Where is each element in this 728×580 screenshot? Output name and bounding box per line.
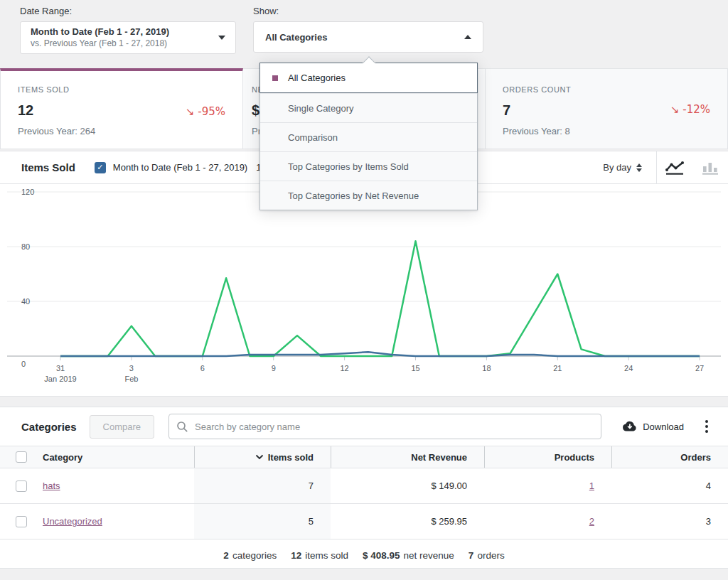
summary-label: ITEMS SOLD — [18, 85, 225, 94]
interval-select[interactable]: By day — [603, 162, 642, 173]
chart-title: Items Sold — [21, 161, 75, 173]
menu-item-label: Comparison — [288, 132, 338, 143]
column-header-category[interactable]: Category — [43, 452, 82, 463]
summary-card-orders-count[interactable]: ORDERS COUNT 7 Previous Year: 8 ↘ -12% — [486, 68, 728, 149]
cell-net-revenue: $ 259.95 — [331, 504, 484, 539]
row-checkbox[interactable] — [16, 516, 27, 527]
chevron-down-icon — [218, 36, 225, 40]
table-header: Categories Compare Download — [0, 407, 728, 446]
line-chart-icon — [665, 161, 684, 175]
column-header-net-revenue[interactable]: Net Revenue — [331, 446, 484, 468]
summary-previous: Previous Year: 8 — [503, 126, 710, 136]
chart-type-toggle — [656, 151, 728, 183]
svg-text:80: 80 — [21, 242, 30, 251]
table-column-headers: Category Items sold Net Revenue Products… — [0, 446, 728, 468]
cell-orders: 3 — [611, 504, 728, 539]
trend-down-badge: ↘ -95% — [186, 105, 225, 118]
menu-item-label: Top Categories by Net Revenue — [288, 190, 419, 201]
svg-text:Jan 2019: Jan 2019 — [44, 375, 76, 383]
cell-orders: 4 — [611, 468, 728, 503]
svg-text:12: 12 — [340, 364, 348, 372]
summary-unit: categories — [232, 550, 277, 561]
summary-card-items-sold[interactable]: ITEMS SOLD 12 Previous Year: 264 ↘ -95% — [0, 68, 243, 149]
select-arrows-icon — [636, 163, 642, 172]
svg-text:40: 40 — [21, 297, 30, 306]
legend-label: Month to Date (Feb 1 - 27, 2019) — [113, 162, 247, 173]
svg-text:24: 24 — [624, 364, 633, 372]
bar-chart-button[interactable] — [692, 151, 728, 183]
sort-desc-icon — [255, 454, 264, 460]
svg-text:18: 18 — [482, 364, 491, 372]
checkbox-checked-icon[interactable] — [95, 162, 106, 173]
date-range-value: Month to Date (Feb 1 - 27, 2019) — [31, 26, 218, 38]
menu-item-label: All Categories — [288, 72, 346, 83]
svg-text:Feb: Feb — [124, 375, 138, 383]
interval-value: By day — [603, 162, 631, 173]
show-select-value: All Categories — [265, 32, 464, 43]
column-header-label: Orders — [680, 452, 711, 463]
date-range-select[interactable]: Month to Date (Feb 1 - 27, 2019) vs. Pre… — [20, 21, 236, 54]
svg-text:0: 0 — [21, 360, 26, 368]
summary-unit: orders — [477, 550, 504, 561]
menu-item-top-categories-items-sold[interactable]: Top Categories by Items Sold — [260, 151, 477, 181]
select-all-checkbox[interactable] — [16, 451, 27, 463]
show-label: Show: — [253, 6, 279, 16]
svg-text:9: 9 — [272, 364, 276, 372]
column-header-label: Items sold — [268, 452, 314, 463]
cell-items-sold: 7 — [194, 468, 331, 503]
cell-items-sold: 5 — [194, 504, 331, 539]
chevron-up-icon — [464, 35, 471, 39]
categories-table-panel: Categories Compare Download Category — [0, 407, 728, 569]
svg-text:15: 15 — [411, 364, 419, 372]
summary-unit: net revenue — [404, 550, 454, 561]
column-header-orders[interactable]: Orders — [611, 446, 728, 468]
column-header-label: Net Revenue — [411, 452, 467, 463]
svg-text:31: 31 — [56, 364, 65, 372]
date-range-compare: vs. Previous Year (Feb 1 - 27, 2018) — [31, 38, 218, 49]
show-category-menu: All Categories Single Category Compariso… — [259, 63, 478, 210]
download-button[interactable]: Download — [621, 421, 684, 433]
category-link[interactable]: Uncategorized — [43, 516, 102, 527]
menu-item-single-category[interactable]: Single Category — [260, 93, 477, 122]
date-range-label: Date Range: — [20, 6, 72, 16]
cloud-download-icon — [621, 421, 637, 433]
menu-item-label: Top Categories by Items Sold — [288, 161, 409, 172]
table-summary: 2categories 12items sold $ 408.95net rev… — [0, 539, 728, 571]
summary-count: 2 — [223, 550, 229, 561]
search-box — [168, 414, 601, 439]
column-header-label: Products — [555, 452, 594, 463]
svg-text:6: 6 — [200, 364, 205, 372]
line-chart-button[interactable] — [657, 151, 692, 183]
chart-legend-current[interactable]: Month to Date (Feb 1 - 27, 2019) 12 — [95, 162, 267, 173]
table-row: Uncategorized 5 $ 259.95 2 3 — [0, 504, 728, 539]
summary-previous: Previous Year: 264 — [18, 126, 225, 136]
svg-text:27: 27 — [695, 364, 704, 372]
table-title: Categories — [21, 421, 77, 433]
menu-item-label: Single Category — [288, 103, 354, 114]
menu-item-top-categories-net-revenue[interactable]: Top Categories by Net Revenue — [260, 181, 477, 210]
svg-text:21: 21 — [553, 364, 562, 372]
download-label: Download — [643, 421, 684, 432]
summary-count: 12 — [291, 550, 301, 561]
summary-unit: items sold — [305, 550, 348, 561]
row-checkbox[interactable] — [16, 480, 27, 492]
items-sold-line-chart[interactable]: 0408012031Jan 20193Feb69121518212427 — [0, 184, 728, 397]
table-row: hats 7 $ 149.00 1 4 — [0, 468, 728, 504]
summary-label: ORDERS COUNT — [503, 85, 710, 94]
products-link[interactable]: 1 — [589, 480, 594, 491]
column-header-products[interactable]: Products — [484, 446, 611, 468]
menu-item-comparison[interactable]: Comparison — [260, 122, 477, 151]
compare-button[interactable]: Compare — [90, 415, 154, 439]
search-icon — [176, 421, 188, 433]
column-header-items-sold[interactable]: Items sold — [194, 446, 331, 468]
kebab-menu-icon[interactable] — [702, 417, 711, 436]
svg-text:3: 3 — [129, 364, 134, 372]
bar-chart-icon — [702, 161, 719, 175]
svg-text:120: 120 — [21, 188, 34, 196]
summary-count: $ 408.95 — [363, 550, 400, 561]
search-input[interactable] — [168, 414, 601, 439]
summary-count: 7 — [469, 550, 474, 561]
products-link[interactable]: 2 — [589, 516, 594, 527]
show-category-select[interactable]: All Categories — [253, 21, 483, 53]
category-link[interactable]: hats — [43, 480, 60, 491]
